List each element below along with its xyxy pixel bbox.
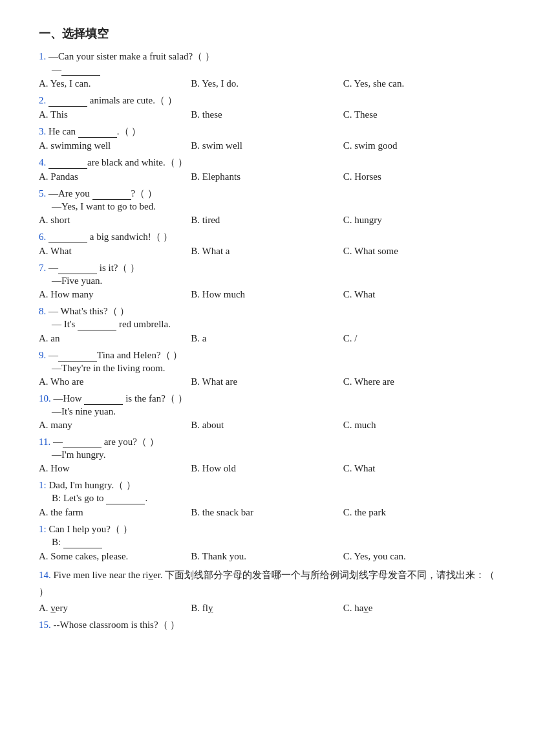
q5-text: —Are you ?（ ）: [48, 188, 157, 199]
q2-text: animals are cute.（ ）: [48, 95, 177, 105]
q11-options: A. How B. How old C. What: [39, 463, 495, 474]
q13-options: A. Some cakes, please. B. Thank you. C. …: [39, 551, 495, 562]
q1-text: —Can your sister make a fruit salad?（ ）: [48, 51, 215, 61]
q14-text: Five men live near the river. 下面划线部分字母的发…: [39, 570, 495, 597]
q5-num: 5.: [39, 188, 46, 199]
question-4: 4. are black and white.（ ） A. Pandas B. …: [39, 157, 495, 182]
q12-text: Dad, I'm hungry.（ ）: [48, 480, 136, 490]
q14-num: 14.: [39, 570, 51, 580]
q9-text: — Tina and Helen?（ ）: [48, 350, 182, 360]
q8-num: 8.: [39, 306, 46, 316]
q6-text: a big sandwich!（ ）: [48, 232, 173, 242]
q9-num: 9.: [39, 350, 46, 360]
q5-options: A. short B. tired C. hungry: [39, 215, 495, 226]
question-13: 1: Can I help you?（ ） B: A. Some cakes, …: [39, 523, 495, 562]
q11-text: — are you?（ ）: [53, 437, 159, 447]
q3-text: He can .（ ）: [48, 126, 141, 136]
q7-num: 7.: [39, 263, 46, 273]
q7-options: A. How many B. How much C. What: [39, 289, 495, 300]
q13-text: Can I help you?（ ）: [48, 524, 132, 534]
q15-text: --Whose classroom is this?（ ）: [54, 620, 180, 630]
question-3: 3. He can .（ ） A. swimming well B. swim …: [39, 125, 495, 151]
q10-num: 10.: [39, 393, 51, 404]
question-8: 8. — What's this?（ ） — It's red umbrella…: [39, 305, 495, 344]
q12-options: A. the farm B. the snack bar C. the park: [39, 507, 495, 518]
q8-text: — What's this?（ ）: [48, 306, 129, 316]
q4-text: are black and white.（ ）: [48, 157, 187, 167]
question-15: 15. --Whose classroom is this?（ ）: [39, 619, 495, 631]
question-10: 10. —How is the fan?（ ） —It's nine yuan.…: [39, 393, 495, 431]
q10-options: A. many B. about C. much: [39, 420, 495, 431]
q11-num: 11.: [39, 437, 50, 447]
q9-options: A. Who are B. What are C. Where are: [39, 376, 495, 387]
q7-text: — is it?（ ）: [48, 263, 140, 273]
q9-sub: —They're in the living room.: [52, 363, 166, 373]
q7-sub: —Five yuan.: [52, 275, 102, 286]
q15-num: 15.: [39, 620, 51, 630]
section-title: 一、选择填空: [39, 26, 495, 41]
question-1: 1. —Can your sister make a fruit salad?（…: [39, 50, 495, 89]
q1-num: 1.: [39, 51, 46, 61]
q3-num: 3.: [39, 126, 46, 136]
q12-sub: B: Let's go to .: [52, 493, 147, 503]
q13-num: 1:: [39, 524, 47, 534]
q8-sub: — It's red umbrella.: [52, 319, 171, 329]
q4-options: A. Pandas B. Elephants C. Horses: [39, 171, 495, 182]
q10-sub: —It's nine yuan.: [52, 406, 116, 416]
q2-num: 2.: [39, 95, 46, 105]
q4-num: 4.: [39, 157, 46, 167]
question-6: 6. a big sandwich!（ ） A. What B. What a …: [39, 231, 495, 257]
q12-num: 1:: [39, 480, 47, 490]
q14-options: A. very B. fly C. have: [39, 603, 495, 614]
q1-sub: —: [52, 64, 100, 74]
q11-sub: —I'm hungry.: [52, 449, 105, 460]
q5-sub: —Yes, I want to go to bed.: [52, 201, 156, 211]
q2-options: A. This B. these C. These: [39, 109, 495, 120]
q6-num: 6.: [39, 232, 46, 242]
q3-options: A. swimming well B. swim well C. swim go…: [39, 140, 495, 151]
q1-options: A. Yes, I can. B. Yes, I do. C. Yes, she…: [39, 78, 495, 89]
q13-sub: B:: [52, 537, 102, 547]
question-9: 9. — Tina and Helen?（ ） —They're in the …: [39, 349, 495, 387]
q10-text: —How is the fan?（ ）: [54, 393, 187, 404]
q8-options: A. an B. a C. /: [39, 333, 495, 344]
question-12: 1: Dad, I'm hungry.（ ） B: Let's go to . …: [39, 479, 495, 518]
question-11: 11. — are you?（ ） —I'm hungry. A. How B.…: [39, 436, 495, 474]
question-5: 5. —Are you ?（ ） —Yes, I want to go to b…: [39, 188, 495, 226]
question-2: 2. animals are cute.（ ） A. This B. these…: [39, 94, 495, 120]
question-7: 7. — is it?（ ） —Five yuan. A. How many B…: [39, 262, 495, 300]
question-14: 14. Five men live near the river. 下面划线部分…: [39, 567, 495, 614]
q6-options: A. What B. What a C. What some: [39, 246, 495, 257]
